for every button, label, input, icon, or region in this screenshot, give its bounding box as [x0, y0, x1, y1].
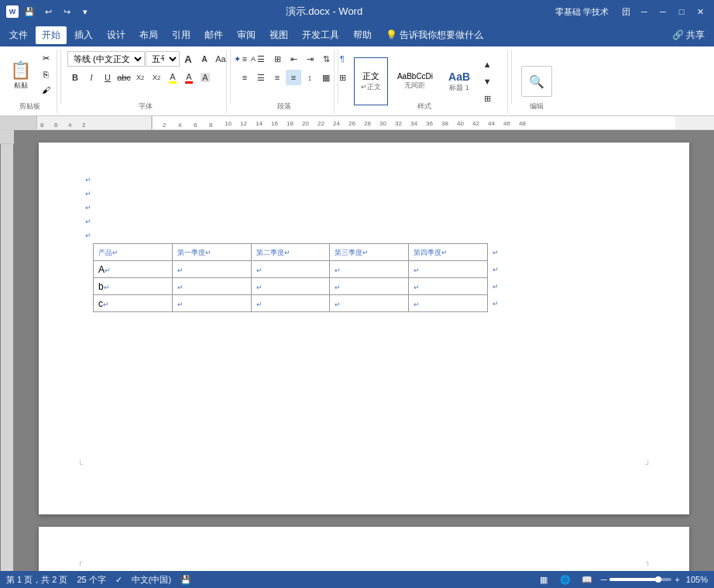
web-layout-view-button[interactable]: 🌐 — [558, 573, 573, 586]
shading-para-button[interactable]: ▦ — [318, 70, 334, 85]
page2-top-marker-left: ┌ — [77, 558, 82, 566]
menu-view[interactable]: 视图 — [263, 26, 294, 44]
cell-b-product[interactable]: b↵ — [94, 278, 173, 295]
font-color-button[interactable]: A — [181, 70, 197, 85]
cell-h1-product[interactable]: 产品↵ — [94, 244, 173, 261]
menu-developer[interactable]: 开发工具 — [296, 26, 345, 44]
zoom-out-button[interactable]: ─ — [601, 575, 607, 584]
shading-button[interactable]: A — [197, 70, 213, 85]
cell-h1-q1[interactable]: 第一季度↵ — [172, 244, 251, 261]
format-painter-button[interactable]: 🖌 — [38, 82, 55, 97]
font-name-select[interactable]: 等线 (中文正文) — [67, 51, 145, 67]
menu-insert[interactable]: 插入 — [68, 26, 99, 44]
cell-a-q2[interactable]: ↵ — [251, 261, 330, 278]
cell-c-q4[interactable]: ↵ — [409, 295, 488, 312]
increase-indent-button[interactable]: ⇥ — [302, 51, 318, 67]
line-spacing-button[interactable]: ↕ — [302, 70, 318, 85]
styles-scroll-down[interactable]: ▼ — [479, 74, 495, 89]
menu-layout[interactable]: 布局 — [133, 26, 164, 44]
ribbon-collapse-button[interactable]: ─ — [637, 4, 652, 19]
cell-b-q1[interactable]: ↵ — [172, 278, 251, 295]
style-none-label: AaBbCcDi — [397, 72, 433, 81]
cell-c-q1[interactable]: ↵ — [172, 295, 251, 312]
divider-4 — [511, 50, 512, 104]
align-center-button[interactable]: ☰ — [253, 70, 269, 85]
align-right-button[interactable]: ≡ — [269, 70, 285, 85]
menu-mailings[interactable]: 邮件 — [198, 26, 229, 44]
svg-text:4: 4 — [178, 122, 182, 129]
change-case-button[interactable]: Aa — [213, 51, 228, 67]
style-h1-item[interactable]: AaB 标题 1 — [442, 57, 476, 105]
cell-b-q4[interactable]: ↵ — [409, 278, 488, 295]
strikethrough-button[interactable]: abc — [116, 70, 132, 85]
word-count: 25 个字 — [77, 574, 105, 586]
styles-scroll-up[interactable]: ▲ — [479, 57, 495, 72]
close-button[interactable]: ✕ — [692, 4, 708, 19]
underline-button[interactable]: U — [100, 70, 115, 85]
cell-h1-q3[interactable]: 第三季度↵ — [330, 244, 409, 261]
menu-design[interactable]: 设计 — [101, 26, 132, 44]
text-highlight-button[interactable]: A — [165, 70, 180, 85]
style-none-item[interactable]: AaBbCcDi 无间距 — [391, 57, 439, 105]
copy-button[interactable]: ⎘ — [38, 67, 55, 81]
document-title: 演示.docx - Word — [93, 5, 555, 19]
paste-button[interactable]: 📋 粘贴 — [5, 51, 36, 99]
style-normal-item[interactable]: 正文 ↵正文 — [354, 57, 388, 105]
redo-button[interactable]: ↪ — [59, 4, 74, 19]
menu-review[interactable]: 审阅 — [231, 26, 262, 44]
menu-references[interactable]: 引用 — [166, 26, 197, 44]
zoom-in-button[interactable]: + — [675, 575, 679, 584]
cut-button[interactable]: ✂ — [38, 51, 55, 66]
save-indicator: 💾 — [180, 575, 191, 585]
cell-a-q1[interactable]: ↵ — [172, 261, 251, 278]
menu-help[interactable]: 帮助 — [347, 26, 378, 44]
cell-c-q3[interactable]: ↵ — [330, 295, 409, 312]
decrease-font-button[interactable]: A — [197, 51, 212, 67]
undo-button[interactable]: ↩ — [40, 4, 56, 19]
cell-a-q4[interactable]: ↵ — [409, 261, 488, 278]
cell-a-q3[interactable]: ↵ — [330, 261, 409, 278]
increase-font-button[interactable]: A — [180, 51, 196, 67]
multilevel-list-button[interactable]: ⊞ — [269, 51, 285, 67]
superscript-button[interactable]: X2 — [149, 70, 164, 85]
menu-tell-me[interactable]: 💡 告诉我你想要做什么 — [379, 26, 489, 44]
svg-text:20: 20 — [302, 120, 309, 127]
italic-button[interactable]: I — [84, 70, 99, 85]
share-button[interactable]: 🔗 共享 — [666, 26, 711, 44]
zoom-control[interactable]: ─ + — [601, 575, 680, 584]
save-button[interactable]: 💾 — [22, 4, 37, 19]
document-area[interactable]: ↵ ↵ ↵ ↵ ↵ 产品↵ 第一季度↵ 第二季度↵ 第三季度↵ 第四季度↵ ↵ … — [14, 130, 714, 571]
team-icon[interactable]: 団 — [618, 4, 633, 19]
sort-button[interactable]: ⇅ — [318, 51, 334, 67]
cell-h1-q2[interactable]: 第二季度↵ — [251, 244, 330, 261]
svg-text:48: 48 — [519, 120, 526, 127]
font-size-select[interactable]: 五号 — [146, 51, 180, 67]
numbering-button[interactable]: ☰ — [253, 51, 269, 67]
print-layout-view-button[interactable]: ▦ — [536, 573, 551, 586]
svg-text:10: 10 — [225, 120, 232, 127]
cell-h1-q4[interactable]: 第四季度↵ — [409, 244, 488, 261]
cell-c-product[interactable]: c↵ — [94, 295, 173, 312]
cell-b-q2[interactable]: ↵ — [251, 278, 330, 295]
para-mark-4: ↵ — [85, 218, 91, 225]
bold-button[interactable]: B — [67, 70, 83, 85]
cell-a-product[interactable]: A↵ — [94, 261, 173, 278]
divider-1 — [60, 50, 61, 104]
cell-b-q3[interactable]: ↵ — [330, 278, 409, 295]
menu-home[interactable]: 开始 — [36, 26, 67, 44]
subscript-button[interactable]: X2 — [132, 70, 148, 85]
align-left-button[interactable]: ≡ — [237, 70, 252, 85]
row-end-mark-b: ↵ — [488, 278, 550, 295]
bullets-button[interactable]: ≡ — [237, 51, 252, 67]
ribbon: 📋 粘贴 ✂ ⎘ 🖌 剪贴板 等线 (中文正文) 五号 A A — [0, 46, 714, 116]
read-view-button[interactable]: 📖 — [579, 573, 595, 586]
cell-c-q2[interactable]: ↵ — [251, 295, 330, 312]
menu-file[interactable]: 文件 — [3, 26, 34, 44]
decrease-indent-button[interactable]: ⇤ — [286, 51, 301, 67]
search-button[interactable]: 🔍 — [521, 66, 552, 97]
zoom-bar[interactable] — [609, 578, 671, 581]
minimize-button[interactable]: ─ — [655, 4, 671, 19]
customize-button[interactable]: ▾ — [77, 4, 93, 19]
justify-button[interactable]: ≡ — [286, 70, 301, 85]
restore-button[interactable]: □ — [674, 4, 689, 19]
